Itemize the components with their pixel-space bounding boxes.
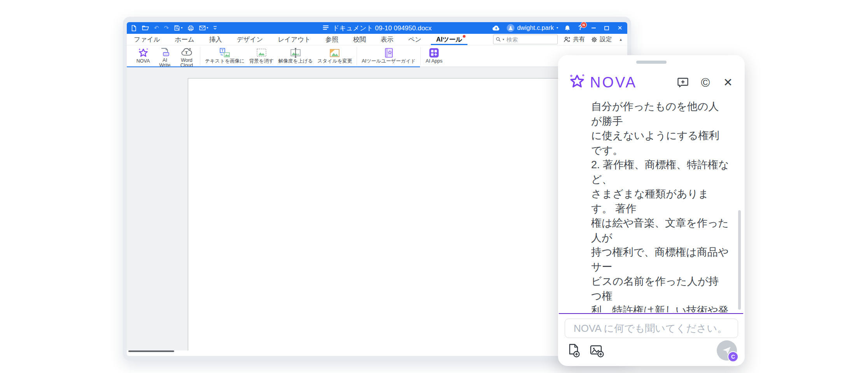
text-to-image-button[interactable]: T テキストを画像に [203,46,247,66]
tab-layout[interactable]: レイアウト [277,34,311,45]
nova-panel-header: NOVA © ✕ [569,71,735,94]
svg-text:T: T [185,50,188,55]
help-icon[interactable]: ? N [577,24,584,31]
print-icon[interactable] [187,25,194,31]
ai-write-button[interactable]: AI Write [154,46,176,66]
cloud-sync-icon[interactable] [492,25,500,31]
ai-write-icon [160,47,170,58]
attach-document-icon[interactable] [567,343,580,359]
tab-file[interactable]: ファイル [133,34,161,45]
search-scope-caret[interactable]: ▾ [502,38,504,41]
gear-icon [591,37,597,43]
upscale-resolution-icon [290,47,301,58]
send-shortcut-badge: C [728,351,738,362]
avatar [507,24,514,32]
title-bar-right: dwight.c.park ▾ ? N ✕ [492,24,623,32]
app-window-content: ↶ ↷ ▾ ▾ [127,22,627,356]
ribbon-group-guide: AIツールユーザーガイド [357,46,420,66]
user-name: dwight.c.park [517,24,554,31]
text-to-image-icon: T [219,47,230,58]
send-button[interactable]: C [717,340,737,361]
tab-references[interactable]: 参照 [325,34,339,45]
tab-insert[interactable]: 挿入 [208,34,223,45]
tab-pen[interactable]: ペン [408,34,422,45]
document-title-area: ドキュメント 09-10 094950.docx [322,22,432,34]
nova-button[interactable]: NOVA [132,46,154,66]
office-app-window: ↶ ↷ ▾ ▾ [123,17,631,361]
ribbon-group-image-ai: T テキストを画像に 背景を消す 解像度を上げる [200,46,357,66]
maximize-button[interactable] [603,24,610,31]
nova-assistant-panel: NOVA © ✕ 自分が作ったものを他の人が勝手 に使えないようにする権利です。… [558,55,745,366]
horizontal-scrollbar [127,350,627,356]
new-document-icon[interactable] [131,25,137,31]
change-style-button[interactable]: スタイルを変更 [315,46,354,66]
tab-review[interactable]: 校閲 [352,34,367,45]
word-cloud-icon: T [181,47,192,58]
user-guide-book-icon [384,47,394,58]
tab-ai-tools[interactable]: AIツール [436,34,463,45]
attach-image-icon[interactable] [590,343,604,359]
change-style-icon [329,47,340,58]
credits-icon[interactable]: © [699,76,712,89]
search-icon [496,37,501,42]
menu-tabs: ファイル ホーム 挿入 デザイン レイアウト 参照 校閲 表示 ペン AIツール [133,34,463,45]
remove-background-icon [256,47,267,58]
ai-apps-button[interactable]: AI Apps [423,46,445,66]
quick-access-options-icon[interactable] [213,26,217,30]
email-dropdown-caret[interactable]: ▾ [206,26,208,30]
minimize-button[interactable] [590,24,597,31]
email-icon[interactable]: ▾ [199,25,208,31]
ai-tools-user-guide-button[interactable]: AIツールユーザーガイド [359,46,418,66]
title-bar: ↶ ↷ ▾ ▾ [127,22,627,34]
save-icon[interactable]: ▾ [174,25,182,31]
assistant-message: 自分が作ったものを他の人が勝手 に使えないようにする権利です。 2. 著作権、商… [591,99,729,312]
new-chat-icon[interactable] [676,76,690,89]
undo-icon[interactable]: ↶ [154,24,159,31]
save-dropdown-caret[interactable]: ▾ [181,26,182,30]
close-window-button[interactable]: ✕ [616,24,623,31]
search-box[interactable]: ▾ [493,35,558,44]
help-notification-badge: N [581,22,587,28]
user-dropdown-caret: ▾ [556,26,558,30]
tab-view[interactable]: 表示 [380,34,394,45]
chat-input-box[interactable] [565,319,738,338]
panel-divider [559,313,743,314]
attachment-toolbar [567,343,604,359]
chat-input[interactable] [573,322,730,335]
ribbon-group-ai-apps: AI Apps [421,46,447,66]
collapse-ribbon-icon[interactable]: ▴ [618,37,623,42]
open-file-icon[interactable] [142,25,149,31]
upscale-resolution-button[interactable]: 解像度を上げる [276,46,315,66]
chat-message-area: 自分が作ったものを他の人が勝手 に使えないようにする権利です。 2. 著作権、商… [591,99,729,312]
user-account-chip[interactable]: dwight.c.park ▾ [507,24,558,32]
ribbon-group-nova: NOVA AI Write T Word Cloud [130,46,200,66]
settings-button[interactable]: 設定 [591,35,612,44]
search-input[interactable] [506,36,555,43]
document-title: ドキュメント 09-10 094950.docx [332,24,432,33]
panel-drag-handle[interactable] [636,61,667,64]
notifications-bell-icon[interactable] [564,25,570,31]
svg-text:T: T [221,49,224,52]
share-button[interactable]: 共有 [564,35,585,44]
menu-bar-right: ▾ 共有 設定 ▴ [493,35,623,44]
nova-brand: NOVA [590,74,637,91]
redo-icon[interactable]: ↷ [164,24,169,31]
tab-design[interactable]: デザイン [236,34,264,45]
quick-access-toolbar: ↶ ↷ ▾ ▾ [131,24,217,31]
share-users-icon [564,37,570,42]
nova-logo-icon [569,73,585,91]
nova-star-icon [138,47,149,58]
document-menu-icon[interactable] [322,24,329,32]
ai-tools-new-badge [463,35,466,38]
remove-background-button[interactable]: 背景を消す [247,46,276,66]
menu-bar: ファイル ホーム 挿入 デザイン レイアウト 参照 校閲 表示 ペン AIツール… [127,34,627,45]
ai-apps-grid-icon [429,47,439,58]
tab-home[interactable]: ホーム [174,34,195,45]
chat-scrollbar-thumb[interactable] [738,210,741,310]
close-panel-icon[interactable]: ✕ [721,76,735,89]
word-cloud-button[interactable]: T Word Cloud [176,46,198,66]
document-workspace [127,67,627,356]
ribbon-ai-tools: NOVA AI Write T Word Cloud [127,45,627,66]
horizontal-scrollbar-thumb[interactable] [128,350,174,352]
